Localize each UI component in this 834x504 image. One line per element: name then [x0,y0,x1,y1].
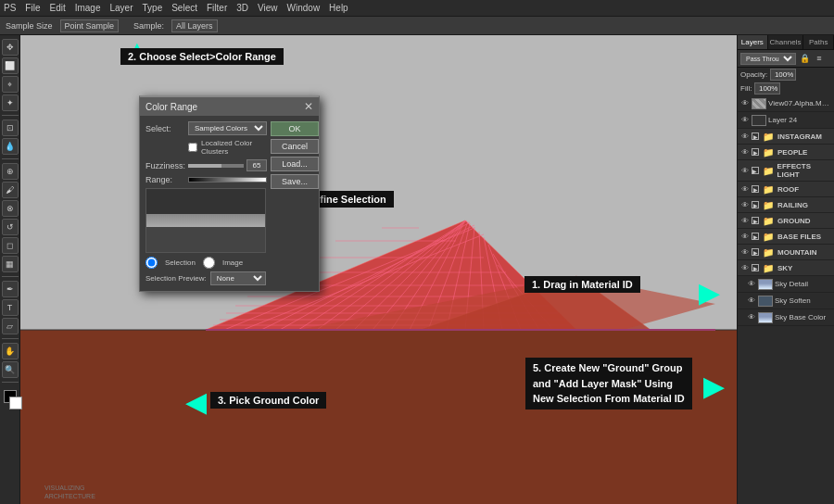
ok-button[interactable]: OK [271,121,319,136]
layer-visibility-icon[interactable]: 👁 [740,263,750,272]
layer-visibility-icon[interactable]: 👁 [740,99,750,108]
tab-layers[interactable]: Layers [738,35,768,49]
all-layers-value[interactable]: All Layers [171,19,218,32]
layer-visibility-icon[interactable]: 👁 [740,116,750,125]
step1-arrow: ▶ [699,279,720,307]
menu-type[interactable]: Type [143,3,163,13]
gradient-tool[interactable]: ▦ [2,256,19,272]
shape-tool[interactable]: ▱ [2,318,19,334]
layer-group-ground[interactable]: 👁 ▶ 📁 GROUND [738,213,834,229]
tab-channels[interactable]: Channels [768,35,804,49]
menu-image[interactable]: Image [75,3,101,13]
localized-checkbox[interactable] [188,143,197,152]
layer-group-sky[interactable]: 👁 ▶ 📁 SKY [738,260,834,276]
layer-visibility-icon[interactable]: 👁 [747,280,756,289]
tab-paths[interactable]: Paths [803,35,834,49]
layer-group-mountain[interactable]: 👁 ▶ 📁 MOUNTAIN [738,245,834,260]
group-expand-icon[interactable]: ▶ [752,185,759,193]
layer-item-1[interactable]: 👁 Layer 24 [738,112,834,129]
layer-visibility-icon[interactable]: 👁 [740,216,750,225]
clone-tool[interactable]: ⊗ [2,200,19,217]
crop-tool[interactable]: ⊡ [2,120,19,136]
menu-filter[interactable]: Filter [207,3,227,13]
dialog-close-button[interactable]: ✕ [304,100,313,113]
layer-visibility-icon[interactable]: 👁 [740,166,750,175]
layer-visibility-icon[interactable]: 👁 [740,247,750,257]
layer-group-railing[interactable]: 👁 ▶ 📁 RAILING [738,197,834,213]
layer-name: SKY [777,264,792,272]
menu-edit[interactable]: Edit [49,3,65,13]
menu-select[interactable]: Select [171,3,197,13]
move-tool[interactable]: ✥ [2,39,19,56]
preview-area [145,188,266,253]
group-expand-icon[interactable]: ▶ [752,248,759,256]
brush-tool[interactable]: 🖌 [2,182,19,198]
layer-group-roof[interactable]: 👁 ▶ 📁 ROOF [738,182,834,197]
cancel-button[interactable]: Cancel [271,139,319,154]
layer-item-0[interactable]: 👁 View07.Alpha.Material_ID [738,95,834,112]
sel-preview-dropdown[interactable]: None [210,271,266,285]
menu-3d[interactable]: 3D [236,3,248,13]
layer-thumbnail [758,296,773,307]
layer-visibility-icon[interactable]: 👁 [740,184,750,194]
layer-visibility-icon[interactable]: 👁 [740,232,750,241]
group-expand-icon[interactable]: ▶ [752,148,759,156]
heal-tool[interactable]: ⊕ [2,163,19,180]
magic-wand-tool[interactable]: ✦ [2,94,19,111]
layer-group-people[interactable]: 👁 ▶ 📁 PEOPLE [738,145,834,160]
layer-visibility-icon[interactable]: 👁 [740,132,750,141]
group-expand-icon[interactable]: ▶ [752,167,759,174]
range-slider[interactable] [188,177,267,183]
fuzziness-slider[interactable] [188,164,244,168]
save-button[interactable]: Save... [271,174,319,189]
zoom-tool[interactable]: 🔍 [2,361,19,378]
eraser-tool[interactable]: ◻ [2,237,19,254]
eyedropper-tool[interactable]: 💧 [2,138,19,155]
group-expand-icon[interactable]: ▶ [752,217,759,224]
marquee-tool[interactable]: ⬜ [2,57,19,74]
dialog-title-bar: Color Range ✕ [140,97,319,116]
layer-group-instagram[interactable]: 👁 ▶ 📁 INSTAGRAM [738,129,834,145]
layer-group-base-files[interactable]: 👁 ▶ 📁 BASE FILES [738,229,834,245]
layer-name: MOUNTAIN [777,248,817,257]
group-expand-icon[interactable]: ▶ [752,132,759,140]
point-sample-value[interactable]: Point Sample [60,19,120,32]
group-expand-icon[interactable]: ▶ [752,264,759,271]
fill-input[interactable] [754,82,780,94]
step1-label: 1. Drag in Material ID [524,276,640,293]
group-expand-icon[interactable]: ▶ [752,233,759,240]
image-radio[interactable] [203,257,215,269]
pen-tool[interactable]: ✒ [2,281,19,297]
layer-item-11[interactable]: 👁 Sky Detail [738,276,834,293]
color-swatches [2,390,19,410]
menu-window[interactable]: Window [287,3,321,13]
layer-group-effects-light[interactable]: 👁 ▶ 📁 EFFECTS LIGHT [738,160,834,182]
layer-visibility-icon[interactable]: 👁 [740,200,750,209]
menu-layer[interactable]: Layer [110,3,133,13]
menu-view[interactable]: View [258,3,278,13]
menu-help[interactable]: Help [329,3,348,13]
select-dropdown[interactable]: Sampled Colors [188,121,267,135]
layer-visibility-icon[interactable]: 👁 [747,313,756,322]
load-button[interactable]: Load... [271,157,319,171]
text-tool[interactable]: T [2,299,19,316]
lasso-tool[interactable]: ⌖ [2,76,19,93]
layer-item-13[interactable]: 👁 Sky Base Color [738,309,834,326]
layer-item-12[interactable]: 👁 Sky Soften [738,293,834,309]
range-label: Range: [145,175,184,184]
layer-visibility-icon[interactable]: 👁 [740,147,750,157]
layer-visibility-icon[interactable]: 👁 [747,296,756,306]
folder-icon: 📁 [763,247,774,258]
background-color[interactable] [9,397,22,410]
history-tool[interactable]: ↺ [2,219,19,235]
selection-radio[interactable] [145,257,158,269]
hand-tool[interactable]: ✋ [2,343,19,359]
opacity-input[interactable] [770,69,796,81]
menu-file[interactable]: File [25,3,40,13]
group-expand-icon[interactable]: ▶ [752,201,759,208]
menu-ps[interactable]: PS [4,3,16,13]
select-row: Select: Sampled Colors [145,121,267,135]
blend-mode-select[interactable]: Pass Through [740,53,796,65]
layer-name: Layer 24 [768,116,831,124]
filter-icon[interactable]: ≡ [813,52,826,65]
